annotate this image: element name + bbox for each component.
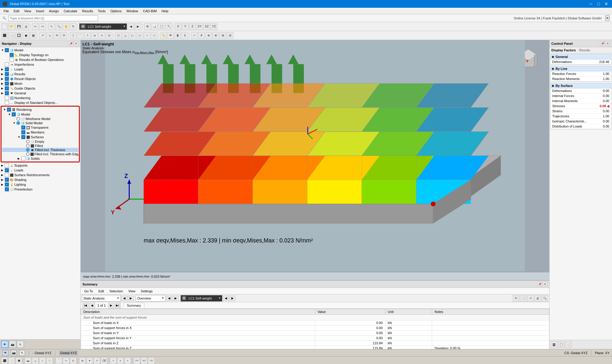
tb2-btn3[interactable]: 🔲 (16, 32, 22, 39)
general-collapse-icon[interactable]: ▣ (552, 55, 554, 58)
bt-btn10[interactable]: ⊙ (70, 357, 76, 364)
nav-item-members[interactable]: ✓ ▬ Members (2, 130, 78, 135)
filled-thickness-radio[interactable] (26, 148, 30, 152)
shading-expand[interactable]: ▶ (1, 178, 4, 181)
shading-checkbox[interactable]: ✓ (5, 178, 9, 182)
minimize-button[interactable]: ─ (587, 1, 594, 7)
tb2-btn6[interactable]: ↗ (39, 32, 46, 39)
tb-btn-extra9[interactable]: XZ (204, 23, 210, 30)
nav-item-loads-bottom[interactable]: ▶ ✓ ↓ Loads (0, 168, 80, 173)
tb2-btn16[interactable]: ⬡ (115, 32, 122, 39)
menu-assign[interactable]: Assign (47, 9, 61, 13)
rotate-button[interactable]: ↻ (70, 23, 76, 30)
summary-selection[interactable]: Selection (107, 289, 125, 294)
menu-view[interactable]: View (22, 9, 34, 13)
tb-btn-extra1[interactable]: ⚙ (144, 23, 151, 30)
nav-item-filled-thickness[interactable]: 🔳 Filled incl. Thickness (2, 148, 78, 152)
nav-pin-button[interactable]: 📌 (68, 41, 73, 46)
tb2-info[interactable]: ℹ (182, 32, 188, 39)
nav-item-supports[interactable]: ▶ ⊥ Supports (0, 163, 80, 168)
filled-edge-radio[interactable] (26, 152, 30, 156)
bt-xyz2[interactable]: y (117, 357, 124, 364)
tb2-btn18[interactable]: ▷ (129, 32, 136, 39)
bt-snap1[interactable]: ⊕ (79, 357, 86, 364)
members-checkbox[interactable]: ✓ (21, 130, 25, 134)
bt-btn3[interactable]: 🔳 (16, 357, 22, 364)
print-button[interactable]: 🖨 (23, 23, 29, 30)
tb2-extra3[interactable]: ⊞ (220, 32, 226, 39)
menu-help[interactable]: Help (159, 9, 171, 13)
solids-expand[interactable]: ▶ (18, 157, 21, 160)
menu-calculate[interactable]: Calculate (61, 9, 80, 13)
tb2-btn17[interactable]: △ (122, 32, 129, 39)
supports-checkbox[interactable] (5, 163, 9, 168)
nav-item-loads-top[interactable]: ▶ ✓ ↓ Loads (0, 67, 80, 72)
menu-insert[interactable]: Insert (33, 9, 47, 13)
redo-button[interactable]: ↪ (39, 23, 46, 30)
loads-bottom-checkbox[interactable]: ✓ (5, 168, 9, 172)
3d-view[interactable]: LC1 - Self-weight Static Analysis Equiva… (81, 40, 549, 280)
prev-lc[interactable]: ◀ (128, 23, 134, 30)
tb2-btn19[interactable]: ◇ (137, 32, 143, 39)
nav-item-lighting[interactable]: ▶ ✓ 💡 Lighting (0, 182, 80, 187)
bysurface-collapse-icon[interactable]: ▣ (552, 84, 554, 87)
guide-checkbox[interactable]: ✓ (5, 86, 9, 90)
tb2-measure[interactable]: 📏 (160, 32, 167, 39)
tb2-btn9[interactable]: ⟳ (61, 32, 67, 39)
bt-coord3[interactable]: YZ (148, 357, 154, 364)
search-input[interactable] (8, 15, 98, 21)
summary-next-btn[interactable]: ▶ (128, 296, 134, 301)
summary-goto[interactable]: Go To (82, 289, 95, 294)
byline-collapse-icon[interactable]: ▣ (552, 67, 554, 70)
filled-radio[interactable] (26, 144, 30, 148)
bt-btn4[interactable]: ▬ (25, 357, 31, 364)
page-next[interactable]: ▶ (108, 303, 114, 308)
std-checkbox[interactable] (5, 101, 9, 105)
menu-edit[interactable]: Edit (11, 9, 22, 13)
display-topology-checkbox[interactable]: ✓ (10, 53, 14, 57)
mesh-expand[interactable]: ▶ (1, 82, 4, 85)
rend-model-expand[interactable]: ▼ (8, 113, 11, 116)
menu-cadbim[interactable]: CAD-BIM (140, 9, 159, 13)
tb-btn-extra6[interactable]: Y (182, 23, 189, 30)
pan-button[interactable]: ✋ (63, 23, 69, 30)
menu-options[interactable]: Options (108, 9, 124, 13)
bt-coord1[interactable]: XY (134, 357, 140, 364)
tb2-extra1[interactable]: ⊕ (205, 32, 212, 39)
bt-coord2[interactable]: XZ (141, 357, 147, 364)
solid-radio[interactable] (16, 121, 20, 125)
loads-bottom-expand[interactable]: ▶ (1, 169, 4, 172)
empty-radio[interactable] (26, 140, 30, 143)
bt-btn1[interactable]: ⬛ (1, 357, 8, 364)
summary-settings[interactable]: Settings (138, 289, 155, 294)
summary-view[interactable]: View (126, 289, 138, 294)
new-button[interactable]: 📄 (1, 23, 8, 30)
bool-checkbox[interactable] (10, 58, 14, 62)
next-lc[interactable]: ▶ (135, 23, 141, 30)
summary-overview-dropdown[interactable]: Overview ▼ (136, 295, 166, 302)
general-checkbox[interactable]: ✓ (5, 91, 9, 95)
nb-camera-icon[interactable]: 📷 (9, 341, 16, 348)
restore-button[interactable]: □ (595, 1, 602, 7)
tb-btn-extra10[interactable]: YZ (211, 23, 217, 30)
tb2-btn5[interactable]: ▦ (30, 32, 36, 39)
page-prev[interactable]: ◀ (89, 303, 95, 308)
summary-search[interactable]: 🔍 (541, 295, 548, 302)
bt-btn5[interactable]: △ (32, 357, 39, 364)
tb2-x[interactable]: ✗ (198, 32, 205, 39)
bt-snap3[interactable]: ↗ (94, 357, 100, 364)
nav-item-surfaces[interactable]: ▼ ✓ ⬛ Surfaces (2, 135, 78, 139)
nav-item-empty[interactable]: ⬜ Empty (2, 139, 78, 144)
nav-item-filled-edge[interactable]: ⬛ Filled incl. Thickness with Edg... (2, 152, 78, 156)
cp-tb-btn3[interactable]: ⬜ (565, 341, 572, 348)
nav-item-imperfections[interactable]: ↝ Imperfections (0, 62, 80, 67)
nav-item-std-objects[interactable]: ... Display of Standard Objects... (0, 100, 80, 105)
summary-overview-prev[interactable]: ◀ (166, 296, 172, 301)
cp-close-btn[interactable]: ✕ (605, 41, 610, 46)
nav-item-guide[interactable]: ▶ ✓ 📏 Guide Objects (0, 86, 80, 91)
lighting-checkbox[interactable]: ✓ (5, 182, 9, 187)
numbering-checkbox[interactable] (5, 96, 9, 100)
nav-item-bool[interactable]: ⊞ Results of Boolean Operations (0, 57, 80, 62)
results-checkbox[interactable]: ✓ (5, 72, 9, 76)
bt-xyz1[interactable]: x (110, 357, 117, 364)
